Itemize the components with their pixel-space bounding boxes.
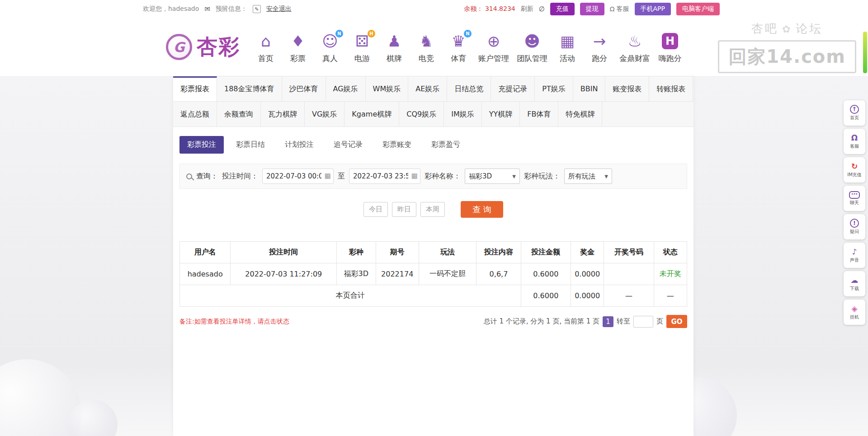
calendar-icon[interactable]: ▦ — [411, 172, 418, 180]
nav-item-egames[interactable]: H ⚄ 电游 — [348, 31, 376, 64]
cell-username: hadesado — [180, 263, 231, 285]
balance-label: 余额： — [464, 5, 483, 12]
side-item-chat[interactable]: ⋯ 聊天 — [844, 186, 865, 211]
subtab-chase-records[interactable]: 追号记录 — [326, 136, 370, 154]
side-item-hangup[interactable]: ◈ 挂机 — [844, 300, 865, 325]
cell-status-link[interactable]: 未开奖 — [654, 263, 687, 285]
header-issue-number: 期号 — [376, 242, 419, 263]
date-from-input[interactable] — [262, 169, 334, 184]
tab-balance-query[interactable]: 余额查询 — [217, 102, 261, 127]
nav-item-team-management[interactable]: ☻ 团队管理 — [515, 31, 549, 64]
pc-client-button[interactable]: 电脑客户端 — [676, 3, 720, 15]
lottery-type-label: 彩种名称： — [425, 172, 461, 181]
paofen-icon: → — [587, 31, 612, 52]
tab-shaba-sports[interactable]: 沙巴体育 — [282, 76, 326, 101]
today-button[interactable]: 今日 — [363, 202, 388, 217]
report-tabs-row2: 返点总额 余额查询 瓦力棋牌 VG娱乐 Kgame棋牌 CQ9娱乐 IM娱乐 Y… — [173, 102, 693, 127]
nav-item-lottery[interactable]: ♦ 彩票 — [284, 31, 312, 64]
pagination-summary: 总计 1 个记录, 分为 1 页, 当前第 1 页 — [484, 317, 599, 326]
header-bet-amount: 投注金额 — [521, 242, 571, 263]
calendar-icon[interactable]: ▦ — [325, 172, 331, 180]
side-item-im-recharge[interactable]: ↻ IM充值 — [844, 157, 865, 183]
lottery-type-select[interactable]: 福彩3D ▼ — [465, 169, 520, 184]
tab-lottery-report[interactable]: 彩票报表 — [173, 76, 217, 101]
search-icon — [186, 173, 192, 179]
scrollbar-thumb[interactable] — [863, 32, 867, 73]
go-button[interactable]: GO — [666, 315, 687, 328]
tab-cq9-casino[interactable]: CQ9娱乐 — [399, 102, 444, 127]
nav-item-account-management[interactable]: ⊕ 账户管理 — [476, 31, 511, 64]
summary-status: — — [654, 285, 687, 307]
nav-item-chess-cards[interactable]: ♟ 棋牌 — [380, 31, 408, 64]
tab-daily-overview[interactable]: 日结总览 — [447, 76, 491, 101]
subtab-lottery-bets[interactable]: 彩票投注 — [179, 136, 224, 154]
tab-wm-casino[interactable]: WM娱乐 — [366, 76, 409, 101]
nav-item-live-casino[interactable]: N ☺ 真人 — [316, 31, 344, 64]
tab-rebate-total[interactable]: 返点总额 — [173, 102, 217, 127]
tab-account-change-report[interactable]: 账变报表 — [605, 76, 649, 101]
tab-pt-casino[interactable]: PT娱乐 — [535, 76, 573, 101]
sound-icon: ♪ — [852, 247, 857, 256]
chevron-down-icon: ▼ — [512, 174, 516, 179]
site-logo[interactable]: G 杏彩 — [166, 33, 240, 61]
tab-transfer-report[interactable]: 转账报表 — [649, 76, 693, 101]
header-draw-numbers: 开奖号码 — [604, 242, 654, 263]
nav-item-home[interactable]: ⌂ 首页 — [252, 31, 280, 64]
tab-deposit-withdraw-records[interactable]: 充提记录 — [491, 76, 535, 101]
table-header-row: 用户名 投注时间 彩种 期号 玩法 投注内容 投注金额 奖金 开奖号码 状态 — [180, 242, 687, 263]
customer-service-link[interactable]: Ω 客服 — [610, 5, 629, 13]
tab-bbin[interactable]: BBIN — [573, 76, 606, 101]
new-badge: N — [464, 30, 472, 38]
logout-link[interactable]: 安全退出 — [266, 5, 292, 13]
goto-page-input[interactable] — [633, 316, 653, 328]
nav-item-hi-paofen[interactable]: H 嗨跑分 — [656, 31, 684, 64]
this-week-button[interactable]: 本周 — [420, 202, 445, 217]
tab-188-sports[interactable]: 188金宝博体育 — [217, 76, 282, 101]
refresh-button[interactable]: 刷新 — [521, 5, 533, 13]
tab-vg-casino[interactable]: VG娱乐 — [305, 102, 344, 127]
subtab-plan-bets[interactable]: 计划投注 — [277, 136, 321, 154]
side-item-download[interactable]: ☁ 下载 — [844, 271, 865, 296]
mobile-app-button[interactable]: 手机APP — [635, 3, 671, 15]
yesterday-button[interactable]: 昨日 — [392, 202, 416, 217]
tab-ag-casino[interactable]: AG娱乐 — [326, 76, 366, 101]
current-page-button[interactable]: 1 — [603, 316, 613, 327]
cell-lottery-type: 福彩3D — [337, 263, 376, 285]
play-type-select[interactable]: 所有玩法 ▼ — [564, 169, 612, 184]
subtab-lottery-profit[interactable]: 彩票盈亏 — [424, 136, 468, 154]
edit-icon[interactable]: ✎ — [253, 5, 261, 13]
side-item-questions[interactable]: ! 疑问 — [844, 214, 865, 239]
nav-item-esports[interactable]: ♞ 电竞 — [412, 31, 440, 64]
customer-service-label: 客服 — [617, 5, 629, 13]
tab-wali-chess[interactable]: 瓦力棋牌 — [261, 102, 305, 127]
eye-off-icon[interactable]: ∅ — [539, 5, 545, 13]
nav-item-activities[interactable]: ▦ 活动 — [553, 31, 581, 64]
nav-item-paofen[interactable]: → 跑分 — [585, 31, 613, 64]
page-unit-label: 页 — [656, 317, 663, 326]
withdraw-button[interactable]: 提现 — [580, 3, 604, 15]
tab-ae-casino[interactable]: AE娱乐 — [408, 76, 447, 101]
cell-draw-numbers — [604, 263, 654, 285]
tab-im-casino[interactable]: IM娱乐 — [444, 102, 482, 127]
home-icon: ⌂ — [254, 31, 278, 52]
tab-temian-chess[interactable]: 特免棋牌 — [558, 102, 602, 127]
hi-paofen-icon: H — [658, 31, 682, 52]
table-footer: 备注:如需查看投注单详情，请点击状态 总计 1 个记录, 分为 1 页, 当前第… — [179, 315, 687, 328]
recharge-button[interactable]: 充值 — [550, 3, 575, 15]
date-to-input[interactable] — [349, 169, 420, 184]
main-panel: 彩票报表 188金宝博体育 沙巴体育 AG娱乐 WM娱乐 AE娱乐 日结总览 充… — [173, 76, 693, 436]
tab-kgame-chess[interactable]: Kgame棋牌 — [344, 102, 399, 127]
goto-label: 转至 — [617, 317, 630, 326]
message-icon[interactable]: ✉ — [204, 5, 210, 13]
nav-item-sports[interactable]: N ♛ 体育 — [444, 31, 472, 64]
search-button[interactable]: 查 询 — [461, 201, 503, 218]
tab-fb-sports[interactable]: FB体育 — [520, 102, 558, 127]
subtab-lottery-account-change[interactable]: 彩票账变 — [375, 136, 419, 154]
summary-bet-amount: 0.6000 — [521, 285, 571, 307]
side-item-sound[interactable]: ♪ 声音 — [844, 243, 865, 268]
side-item-home[interactable]: ↑ 首页 — [844, 100, 865, 126]
nav-item-jinding-wealth[interactable]: ♨ 金鼎财富 — [618, 31, 652, 64]
tab-yy-chess[interactable]: YY棋牌 — [482, 102, 520, 127]
subtab-lottery-daily[interactable]: 彩票日结 — [228, 136, 273, 154]
side-item-customer-service[interactable]: Ω 客服 — [844, 129, 865, 154]
